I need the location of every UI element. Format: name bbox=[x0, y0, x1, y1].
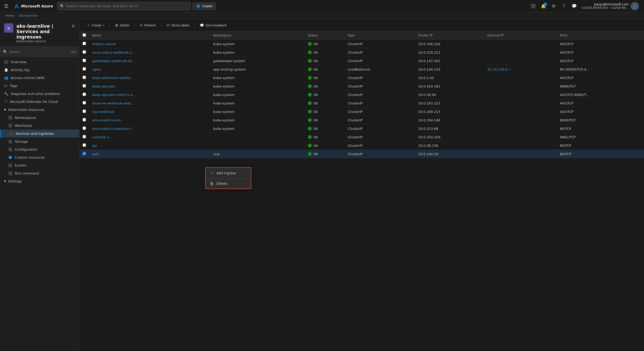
row-checkbox[interactable] bbox=[83, 126, 86, 130]
collapse-sidebar-button[interactable]: ◁◁ bbox=[70, 48, 76, 55]
row-checkbox[interactable] bbox=[83, 118, 86, 121]
row-checkbox[interactable] bbox=[83, 152, 86, 155]
table-row[interactable]: metrics-serverkube-system✓OkClusterIP10.… bbox=[80, 40, 644, 48]
table-row[interactable]: ama-metrics-ksmkube-system✓OkClusterIP10… bbox=[80, 116, 644, 124]
sidebar-item-workloads[interactable]: ⬛ Workloads bbox=[0, 122, 79, 130]
row-checkbox[interactable] bbox=[83, 143, 86, 147]
context-menu: ＋ Add ingress 🗑 Delete bbox=[205, 167, 251, 189]
row-type-cell: ClusterIP bbox=[345, 124, 415, 133]
sidebar-item-tags[interactable]: 🏷 Tags bbox=[0, 82, 79, 90]
row-name-link[interactable]: keda-operator bbox=[92, 84, 116, 88]
row-name-link[interactable]: ama-metrics-operator-t... bbox=[92, 127, 134, 131]
row-name-link[interactable]: azure-wi-webhook-web... bbox=[92, 101, 134, 105]
row-checkbox[interactable] bbox=[83, 84, 86, 87]
table-row[interactable]: ama-metrics-operator-t...kube-system✓OkC… bbox=[80, 124, 644, 133]
sidebar-search-input[interactable] bbox=[9, 50, 68, 54]
question-icon: ? bbox=[563, 4, 565, 8]
sidebar-item-label: Access control (IAM) bbox=[11, 76, 45, 80]
help-button[interactable]: ? bbox=[559, 2, 569, 11]
cloud-shell-button[interactable]: ⬛ bbox=[529, 2, 538, 11]
table-row[interactable]: keda-operator-metrics-a...kube-system✓Ok… bbox=[80, 91, 644, 99]
row-checkbox[interactable] bbox=[83, 101, 86, 104]
sidebar-item-storage[interactable]: ⬛ Storage bbox=[0, 138, 79, 145]
sidebar-item-custom-resources[interactable]: 🔷 Custom resources bbox=[0, 153, 79, 161]
sidebar-item-namespaces[interactable]: ⬛ Namespaces bbox=[0, 114, 79, 122]
sidebar-search-bar[interactable]: 🔍 ◁◁ bbox=[0, 46, 79, 57]
hamburger-menu-icon[interactable]: ☰ bbox=[3, 2, 9, 10]
global-search-bar[interactable]: 🔍 Search resources, services, and docs (… bbox=[57, 2, 191, 10]
row-name-link[interactable]: nginx bbox=[92, 67, 101, 71]
table-row[interactable]: webccw✓OkClusterIP10.0.140.1080/TCP bbox=[80, 150, 644, 158]
create-button[interactable]: ＋ Create ▾ bbox=[84, 21, 107, 29]
breadcrumb-resource[interactable]: aks-learnlive bbox=[18, 14, 38, 17]
row-name-link[interactable]: gatekeeper-webhook-se... bbox=[92, 59, 135, 63]
row-checkbox[interactable] bbox=[83, 59, 86, 62]
notifications-button[interactable]: 🔔 1 bbox=[539, 2, 548, 11]
row-checkbox-cell bbox=[80, 40, 89, 48]
row-name-link[interactable]: vpa-webhook bbox=[92, 110, 114, 114]
sidebar-item-services-ingresses[interactable]: ⬛ Services and ingresses bbox=[0, 130, 79, 138]
row-name-link[interactable]: network-o... bbox=[92, 135, 112, 139]
row-external-ip-cell bbox=[484, 108, 557, 116]
row-name-link[interactable]: web bbox=[92, 152, 99, 156]
row-name-link[interactable]: api bbox=[92, 144, 97, 148]
sidebar-item-configuration[interactable]: ⬛ Configuration bbox=[0, 145, 79, 153]
table-row[interactable]: azure-policy-webhook-s...kube-system✓OkC… bbox=[80, 48, 644, 57]
breadcrumb-home[interactable]: Home bbox=[5, 14, 14, 17]
external-ip-link[interactable]: 20.19.218.9 ↗ bbox=[487, 67, 553, 71]
iam-icon: 👥 bbox=[4, 76, 8, 80]
row-name-link[interactable]: azure-policy-webhook-s... bbox=[92, 51, 135, 54]
row-name-link[interactable]: keda-admission-webho... bbox=[92, 76, 134, 80]
settings-button[interactable]: ⚙ bbox=[549, 2, 558, 11]
row-checkbox[interactable] bbox=[83, 110, 86, 113]
feedback-button[interactable]: 💬 bbox=[570, 2, 579, 11]
row-checkbox[interactable] bbox=[83, 135, 86, 138]
table-row[interactable]: gatekeeper-webhook-se...gatekeeper-syste… bbox=[80, 57, 644, 65]
status-ok-icon: ✓ bbox=[308, 76, 312, 80]
sidebar-item-iam[interactable]: 👥 Access control (IAM) bbox=[0, 74, 79, 82]
row-external-ip-cell bbox=[484, 116, 557, 124]
give-feedback-button[interactable]: 💬 Give feedback bbox=[197, 22, 230, 29]
cloud-shell-icon: ⬛ bbox=[531, 4, 536, 8]
table-row[interactable]: vpa-webhookkube-system✓OkClusterIP10.0.2… bbox=[80, 108, 644, 116]
row-name-link[interactable]: ama-metrics-ksm bbox=[92, 118, 121, 122]
table-row[interactable]: api✓OkClusterIP10.0.38.13680/TCP bbox=[80, 141, 644, 150]
table-row[interactable]: keda-operatorkube-system✓OkClusterIP10.0… bbox=[80, 82, 644, 91]
sidebar-item-diagnose[interactable]: 🔧 Diagnose and solve problems bbox=[0, 90, 79, 98]
sidebar-item-defender[interactable]: 🛡 Microsoft Defender for Cloud bbox=[0, 98, 79, 106]
sidebar-section-settings[interactable]: ▼ Settings bbox=[0, 177, 79, 185]
user-profile[interactable]: pauyu@microsoft.com CLOUD ADVOCACY - CLO… bbox=[580, 2, 641, 10]
sidebar-section-k8s[interactable]: ▼ Kubernetes resources bbox=[0, 106, 79, 114]
table-row[interactable]: azure-wi-webhook-web...kube-system✓OkClu… bbox=[80, 99, 644, 108]
row-name-link[interactable]: keda-operator-metrics-a... bbox=[92, 93, 136, 97]
azure-logo[interactable]: Microsoft Azure bbox=[11, 3, 55, 9]
show-labels-button[interactable]: 🏷 Show labels bbox=[163, 22, 192, 29]
row-checkbox[interactable] bbox=[83, 93, 86, 96]
delete-button[interactable]: 🗑 Delete bbox=[112, 22, 133, 29]
row-checkbox[interactable] bbox=[83, 50, 86, 54]
row-status-cell: ✓Ok bbox=[305, 116, 345, 124]
refresh-button[interactable]: ↻ Refresh bbox=[137, 22, 159, 29]
row-name-link[interactable]: metrics-server bbox=[92, 42, 116, 46]
select-all-checkbox[interactable] bbox=[83, 33, 86, 37]
row-checkbox[interactable] bbox=[83, 42, 86, 45]
context-menu-add-ingress[interactable]: ＋ Add ingress bbox=[206, 168, 251, 178]
services-table-area: Name Namespace Status Type Cluster IP Ex… bbox=[80, 31, 644, 350]
row-status-cell: ✓Ok bbox=[305, 99, 345, 108]
refresh-icon: ↻ bbox=[140, 23, 143, 27]
row-checkbox[interactable] bbox=[83, 67, 86, 71]
table-row[interactable]: network-o...✓OkClusterIP10.0.254.2299962… bbox=[80, 133, 644, 141]
sidebar-item-activity-log[interactable]: 📋 Activity log bbox=[0, 66, 79, 74]
table-row[interactable]: nginxapp-routing-system✓OkLoadBalancer10… bbox=[80, 65, 644, 74]
sidebar-item-run-command[interactable]: ⬛ Run command bbox=[0, 169, 79, 177]
user-avatar[interactable]: 👤 bbox=[631, 2, 639, 10]
copilot-button[interactable]: ✦ Copilot bbox=[193, 3, 216, 10]
context-menu-delete[interactable]: 🗑 Delete bbox=[206, 179, 251, 189]
row-checkbox[interactable] bbox=[83, 76, 86, 79]
table-row[interactable]: keda-admission-webho...kube-system✓OkClu… bbox=[80, 74, 644, 82]
gear-icon: ⚙ bbox=[552, 4, 556, 8]
sidebar-item-events[interactable]: ⬛ Events bbox=[0, 161, 79, 169]
sidebar-item-overview[interactable]: ⬛ Overview bbox=[0, 58, 79, 66]
close-button[interactable]: ✕ bbox=[71, 23, 75, 29]
row-checkbox-cell bbox=[80, 91, 89, 99]
